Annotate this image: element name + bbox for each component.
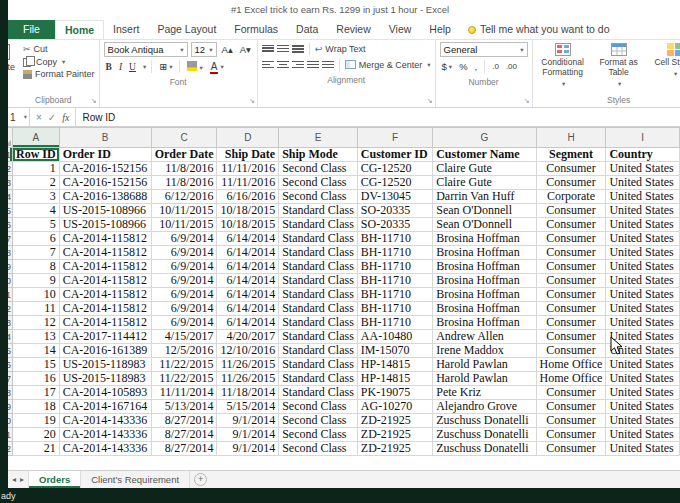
cell-H6[interactable]: Consumer (536, 218, 606, 232)
cell-H3[interactable]: Consumer (536, 176, 606, 190)
cell-A5[interactable]: 4 (13, 204, 60, 218)
cell-F19[interactable]: AG-10270 (357, 400, 432, 414)
cell-A1[interactable]: Row ID (13, 148, 60, 162)
cell-D20[interactable]: 9/1/2014 (217, 414, 279, 428)
clipboard-dialog-launcher[interactable]: ↘ (91, 98, 97, 104)
ribbon-tab-home[interactable]: Home (55, 20, 104, 39)
cell-D21[interactable]: 9/1/2014 (217, 428, 279, 442)
cell-I14[interactable]: United States (606, 330, 680, 344)
cell-F6[interactable]: SO-20335 (357, 218, 432, 232)
cell-A13[interactable]: 12 (13, 316, 60, 330)
cell-F18[interactable]: PK-19075 (357, 386, 432, 400)
cell-B17[interactable]: US-2015-118983 (59, 372, 151, 386)
cell-B15[interactable]: CA-2016-161389 (59, 344, 151, 358)
cell-E1[interactable]: Ship Mode (279, 148, 358, 162)
cell-G3[interactable]: Claire Gute (433, 176, 536, 190)
ribbon-tab-page-layout[interactable]: Page Layout (148, 20, 225, 39)
cell-B12[interactable]: CA-2014-115812 (59, 302, 151, 316)
cell-C8[interactable]: 6/9/2014 (151, 246, 217, 260)
cell-B21[interactable]: CA-2014-143336 (59, 428, 151, 442)
cell-D19[interactable]: 5/15/2014 (217, 400, 279, 414)
cell-B10[interactable]: CA-2014-115812 (59, 274, 151, 288)
cell-B6[interactable]: US-2015-108966 (59, 218, 151, 232)
cell-E15[interactable]: Standard Class (279, 344, 358, 358)
cell-F16[interactable]: HP-14815 (357, 358, 432, 372)
cut-button[interactable]: ✂ Cut (23, 44, 95, 54)
cell-H9[interactable]: Consumer (536, 260, 606, 274)
cell-F7[interactable]: BH-11710 (357, 232, 432, 246)
cell-I5[interactable]: United States (606, 204, 680, 218)
cell-I20[interactable]: United States (606, 414, 680, 428)
cell-G17[interactable]: Harold Pawlan (433, 372, 536, 386)
cell-I11[interactable]: United States (606, 288, 680, 302)
column-header-I[interactable]: I (606, 128, 680, 148)
font-size-select[interactable]: 12 ▾ (191, 42, 217, 57)
cell-B13[interactable]: CA-2014-115812 (59, 316, 151, 330)
cell-F15[interactable]: IM-15070 (357, 344, 432, 358)
cell-B2[interactable]: CA-2016-152156 (59, 162, 151, 176)
cell-C10[interactable]: 6/9/2014 (151, 274, 217, 288)
next-sheet-button[interactable]: ▸ (20, 475, 24, 484)
cell-A17[interactable]: 16 (13, 372, 60, 386)
cell-C22[interactable]: 8/27/2014 (151, 442, 217, 456)
cell-D12[interactable]: 6/14/2014 (217, 302, 279, 316)
cell-E13[interactable]: Standard Class (279, 316, 358, 330)
cancel-button[interactable]: × (36, 112, 42, 123)
cell-A11[interactable]: 10 (13, 288, 60, 302)
cell-E8[interactable]: Standard Class (279, 246, 358, 260)
cell-G16[interactable]: Harold Pawlan (433, 358, 536, 372)
cell-G14[interactable]: Andrew Allen (433, 330, 536, 344)
column-header-D[interactable]: D (217, 128, 279, 148)
cell-C1[interactable]: Order Date (151, 148, 217, 162)
number-dialog-launcher[interactable]: ↘ (524, 98, 530, 104)
cell-H15[interactable]: Consumer (536, 344, 606, 358)
cell-H2[interactable]: Consumer (536, 162, 606, 176)
cell-D3[interactable]: 11/11/2016 (217, 176, 279, 190)
increase-indent-button[interactable] (322, 60, 334, 70)
cell-G13[interactable]: Brosina Hoffman (433, 316, 536, 330)
cell-I9[interactable]: United States (606, 260, 680, 274)
cell-G12[interactable]: Brosina Hoffman (433, 302, 536, 316)
column-header-B[interactable]: B (59, 128, 151, 148)
cell-B14[interactable]: CA-2017-114412 (59, 330, 151, 344)
cell-G15[interactable]: Irene Maddox (433, 344, 536, 358)
shrink-font-button[interactable]: A▾ (238, 44, 253, 55)
cell-I12[interactable]: United States (606, 302, 680, 316)
format-as-table-button[interactable]: Format as Table ▾ (593, 42, 645, 87)
cell-I6[interactable]: United States (606, 218, 680, 232)
cell-F22[interactable]: ZD-21925 (357, 442, 432, 456)
cell-C20[interactable]: 8/27/2014 (151, 414, 217, 428)
fill-color-button[interactable]: ▾ (185, 61, 204, 73)
cell-I21[interactable]: United States (606, 428, 680, 442)
cell-E22[interactable]: Second Class (279, 442, 358, 456)
cell-C4[interactable]: 6/12/2016 (151, 190, 217, 204)
cell-C2[interactable]: 11/8/2016 (151, 162, 217, 176)
cell-C18[interactable]: 11/11/2014 (151, 386, 217, 400)
cell-H12[interactable]: Consumer (536, 302, 606, 316)
cell-A16[interactable]: 15 (13, 358, 60, 372)
cell-G4[interactable]: Darrin Van Huff (433, 190, 536, 204)
insert-function-button[interactable]: fx (62, 112, 69, 123)
ribbon-tab-formulas[interactable]: Formulas (225, 20, 287, 39)
new-sheet-button[interactable]: + (194, 473, 207, 486)
cell-D4[interactable]: 6/16/2016 (217, 190, 279, 204)
sheet-tab-client-s-requirement[interactable]: Client's Requirement (81, 471, 190, 488)
cell-F1[interactable]: Customer ID (357, 148, 432, 162)
cell-I2[interactable]: United States (606, 162, 680, 176)
cell-E19[interactable]: Second Class (279, 400, 358, 414)
cell-B9[interactable]: CA-2014-115812 (59, 260, 151, 274)
cell-I22[interactable]: United States (606, 442, 680, 456)
cell-D15[interactable]: 12/10/2016 (217, 344, 279, 358)
number-format-select[interactable]: General ▾ (440, 42, 528, 57)
cell-A22[interactable]: 21 (13, 442, 60, 456)
cell-C7[interactable]: 6/9/2014 (151, 232, 217, 246)
column-header-A[interactable]: A (13, 128, 60, 148)
cell-A14[interactable]: 13 (13, 330, 60, 344)
cell-E3[interactable]: Second Class (279, 176, 358, 190)
cell-F5[interactable]: SO-20335 (357, 204, 432, 218)
cell-I10[interactable]: United States (606, 274, 680, 288)
cell-B19[interactable]: CA-2014-167164 (59, 400, 151, 414)
cell-F4[interactable]: DV-13045 (357, 190, 432, 204)
cell-I7[interactable]: United States (606, 232, 680, 246)
cell-H5[interactable]: Consumer (536, 204, 606, 218)
